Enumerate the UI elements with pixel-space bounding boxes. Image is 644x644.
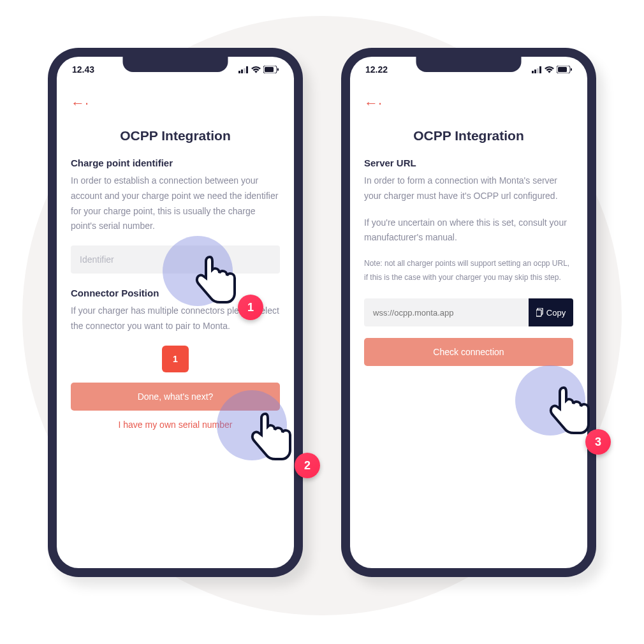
identifier-heading: Charge point identifier (71, 157, 280, 168)
copy-button[interactable]: Copy (529, 298, 573, 326)
signal-icon (238, 66, 249, 73)
phone-mockup-right: 12.22 ←· OCPP Integration Server URL In … (341, 48, 596, 577)
server-url-body: In order to form a connection with Monta… (364, 173, 573, 204)
connector-option-1[interactable]: 1 (162, 346, 189, 372)
svg-rect-13 (571, 68, 572, 71)
svg-rect-2 (244, 68, 245, 73)
back-arrow-icon[interactable]: ←· (364, 95, 382, 112)
phone-notch (123, 57, 228, 72)
phone-screen-right: 12.22 ←· OCPP Integration Server URL In … (350, 57, 587, 568)
server-url-note: Note: not all charger points will suppor… (364, 257, 573, 284)
status-time: 12.43 (72, 64, 94, 75)
svg-rect-8 (534, 70, 536, 73)
svg-rect-1 (241, 70, 243, 73)
wifi-icon (251, 66, 261, 73)
phone-screen-left: 12.43 ←· OCPP Integration Charge point i… (57, 57, 294, 568)
battery-icon (263, 66, 279, 73)
svg-rect-0 (238, 71, 240, 73)
svg-rect-5 (265, 67, 274, 72)
check-connection-button[interactable]: Check connection (364, 338, 573, 366)
page-title: OCPP Integration (364, 128, 573, 143)
svg-rect-7 (532, 71, 534, 73)
status-icons (238, 66, 279, 73)
svg-rect-15 (536, 310, 541, 316)
phone-mockup-left: 12.43 ←· OCPP Integration Charge point i… (48, 48, 303, 577)
battery-icon (557, 66, 572, 73)
server-url-body-2: If you're uncertain on where this is set… (364, 216, 573, 246)
copy-label: Copy (546, 308, 566, 318)
svg-rect-3 (246, 66, 248, 73)
own-serial-link[interactable]: I have my own serial number (71, 420, 280, 430)
signal-icon (532, 66, 542, 73)
wifi-icon (545, 66, 554, 73)
svg-rect-10 (539, 66, 541, 73)
done-button[interactable]: Done, what's next? (71, 383, 280, 411)
server-url-input[interactable] (364, 298, 529, 326)
back-arrow-icon[interactable]: ←· (71, 95, 89, 112)
page-title: OCPP Integration (71, 128, 280, 143)
status-time: 12.22 (365, 64, 388, 75)
svg-rect-6 (277, 68, 279, 71)
identifier-body: In order to establish a connection betwe… (71, 173, 280, 234)
phone-notch (416, 57, 522, 72)
svg-rect-12 (558, 67, 567, 72)
server-url-heading: Server URL (364, 157, 573, 168)
identifier-input[interactable] (71, 245, 280, 274)
callout-badge-3: 3 (585, 429, 611, 455)
status-icons (532, 66, 572, 73)
callout-badge-2: 2 (295, 453, 320, 478)
connector-body: If your charger has multiple connectors … (71, 304, 280, 334)
svg-rect-9 (537, 68, 539, 73)
connector-heading: Connector Position (71, 288, 280, 298)
copy-icon (536, 308, 544, 317)
